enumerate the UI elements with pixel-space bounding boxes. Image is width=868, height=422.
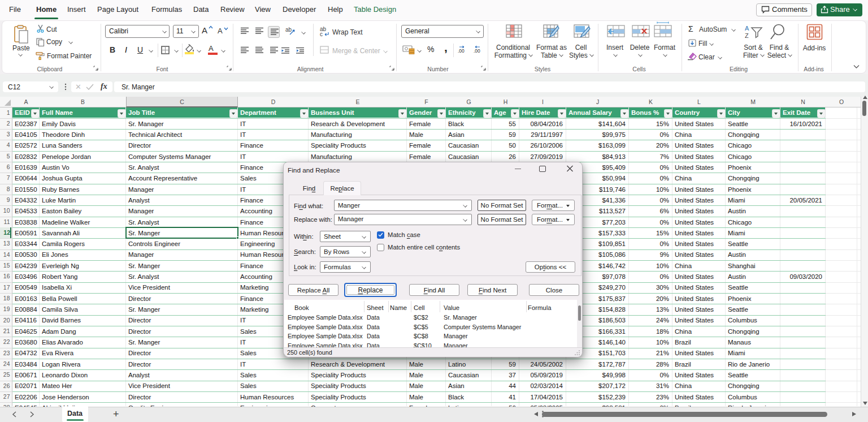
svg-text:A: A [745,25,749,32]
svg-text:Z: Z [745,32,749,39]
svg-text:.00: .00 [458,48,465,54]
